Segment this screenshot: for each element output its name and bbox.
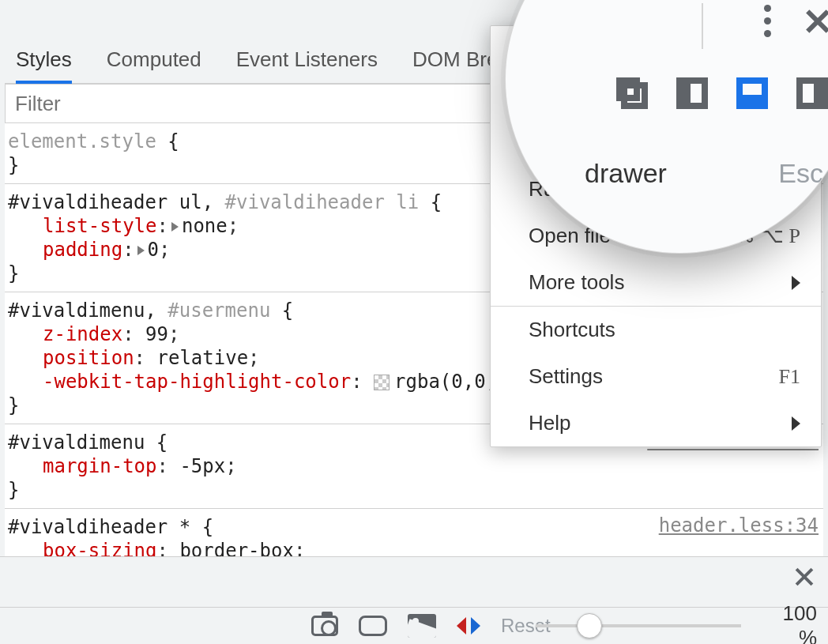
zoom-thumb[interactable] xyxy=(577,613,602,638)
selector: #usermenu xyxy=(167,299,270,322)
dock-right-icon[interactable] xyxy=(796,77,828,109)
value: -5px xyxy=(179,455,225,477)
color-swatch-icon[interactable] xyxy=(374,375,390,390)
selector: #vivaldiheader * xyxy=(8,516,190,538)
property: -webkit-tap-highlight-color xyxy=(43,371,351,393)
menu-item[interactable]: More tools xyxy=(491,259,821,306)
property: padding xyxy=(43,239,122,261)
kebab-menu-icon[interactable] xyxy=(764,5,771,37)
selector: , xyxy=(202,191,225,213)
separator xyxy=(702,3,703,49)
value: 0 xyxy=(148,239,159,261)
drawer-label: drawer xyxy=(585,158,667,189)
menu-item-label: Shortcuts xyxy=(529,318,615,342)
selector: #vivaldimenu xyxy=(8,299,145,322)
dock-side-row xyxy=(616,77,828,109)
dock-undock-icon[interactable] xyxy=(616,77,648,109)
menu-item[interactable]: SettingsF1 xyxy=(491,353,821,400)
selector: , xyxy=(145,299,167,322)
menu-item-label: Help xyxy=(529,411,570,435)
property: list-style xyxy=(43,215,157,237)
menu-item-label: Settings xyxy=(529,364,603,389)
declaration[interactable]: margin-top: -5px; xyxy=(8,454,820,478)
close-drawer-icon[interactable] xyxy=(792,564,817,589)
value: 99 xyxy=(145,323,168,345)
menu-item-label: More tools xyxy=(529,270,624,295)
tab-event-listeners[interactable]: Event Listeners xyxy=(236,38,395,83)
tab-styles[interactable]: Styles xyxy=(16,38,89,83)
property: z-index xyxy=(43,323,122,345)
menu-item-drawer[interactable]: drawer Esc xyxy=(585,158,823,189)
tab-computed[interactable]: Computed xyxy=(107,38,219,83)
selector: #vivaldiheader li xyxy=(225,191,420,213)
value: relative xyxy=(157,347,249,369)
property: position xyxy=(43,347,134,369)
source-link[interactable]: header.less:34 xyxy=(659,514,819,537)
expand-triangle-icon[interactable] xyxy=(171,222,179,232)
menu-item[interactable]: Help xyxy=(491,400,821,446)
dock-left-icon[interactable] xyxy=(676,77,708,109)
camera-icon[interactable] xyxy=(311,616,338,636)
selector: #vivaldiheader ul xyxy=(8,191,202,213)
zoom-slider[interactable] xyxy=(536,624,741,627)
dock-bottom-icon[interactable] xyxy=(736,77,768,109)
drawer-close-row xyxy=(0,556,828,596)
toggle-icon[interactable] xyxy=(457,617,480,635)
drawer-shortcut: Esc xyxy=(778,158,823,189)
close-icon[interactable] xyxy=(801,6,828,37)
selector: element.style xyxy=(8,130,156,153)
image-icon[interactable] xyxy=(408,614,436,638)
property: margin-top xyxy=(43,455,157,477)
rectangle-icon[interactable] xyxy=(359,616,387,636)
value: none xyxy=(182,215,228,237)
menu-item-shortcut: F1 xyxy=(779,365,800,389)
expand-triangle-icon[interactable] xyxy=(137,246,145,255)
bottom-toolbar: Reset 100 % xyxy=(0,607,828,643)
selector: #vivaldimenu xyxy=(8,431,145,454)
zoom-value: 100 % xyxy=(762,601,817,645)
menu-item[interactable]: Shortcuts xyxy=(491,307,821,353)
